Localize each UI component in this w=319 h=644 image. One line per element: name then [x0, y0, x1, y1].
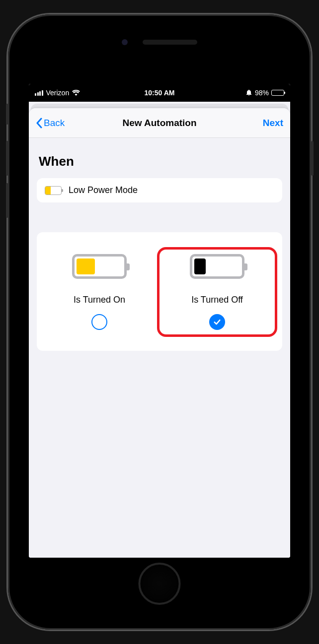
trigger-label: Low Power Mode: [69, 185, 138, 195]
option-label-on: Is Turned On: [74, 295, 125, 305]
cellular-signal-icon: [35, 90, 43, 96]
section-heading: When: [39, 154, 282, 169]
front-camera: [122, 39, 128, 45]
page-title: New Automation: [122, 118, 196, 129]
modal-sheet: Back New Automation Next When Low Power …: [29, 108, 290, 558]
carrier-label: Verizon: [46, 89, 70, 97]
low-power-battery-icon: [45, 186, 62, 195]
power-button: [311, 141, 314, 176]
home-button[interactable]: [139, 563, 181, 605]
option-is-turned-on[interactable]: Is Turned On: [42, 247, 157, 337]
trigger-row[interactable]: Low Power Mode: [37, 178, 282, 202]
back-button[interactable]: Back: [36, 118, 76, 129]
chevron-left-icon: [36, 118, 43, 129]
phone-top-hardware: [122, 39, 197, 45]
phone-frame: Verizon 10:50 AM 98%: [8, 14, 311, 630]
status-bar: Verizon 10:50 AM 98%: [29, 84, 290, 102]
battery-yellow-icon: [72, 254, 127, 279]
battery-black-icon: [190, 254, 244, 279]
mute-switch: [6, 104, 8, 125]
earpiece-speaker: [143, 40, 197, 45]
alarm-icon: [245, 89, 252, 96]
back-label: Back: [44, 118, 65, 129]
clock-label: 10:50 AM: [118, 89, 201, 97]
nav-bar: Back New Automation Next: [29, 108, 290, 138]
next-button[interactable]: Next: [243, 118, 283, 129]
option-is-turned-off[interactable]: Is Turned Off: [157, 247, 277, 337]
battery-icon: [271, 90, 284, 96]
volume-up-button: [6, 141, 8, 176]
radio-unselected-icon: [91, 314, 107, 330]
trigger-card: Low Power Mode: [37, 178, 282, 202]
screen: Verizon 10:50 AM 98%: [29, 84, 290, 558]
radio-selected-icon: [209, 314, 225, 330]
option-label-off: Is Turned Off: [191, 295, 243, 305]
volume-down-button: [6, 183, 8, 218]
wifi-icon: [72, 90, 80, 96]
options-card: Is Turned On Is Turned Off: [37, 232, 282, 351]
checkmark-icon: [213, 318, 222, 326]
battery-percent-label: 98%: [255, 89, 269, 97]
